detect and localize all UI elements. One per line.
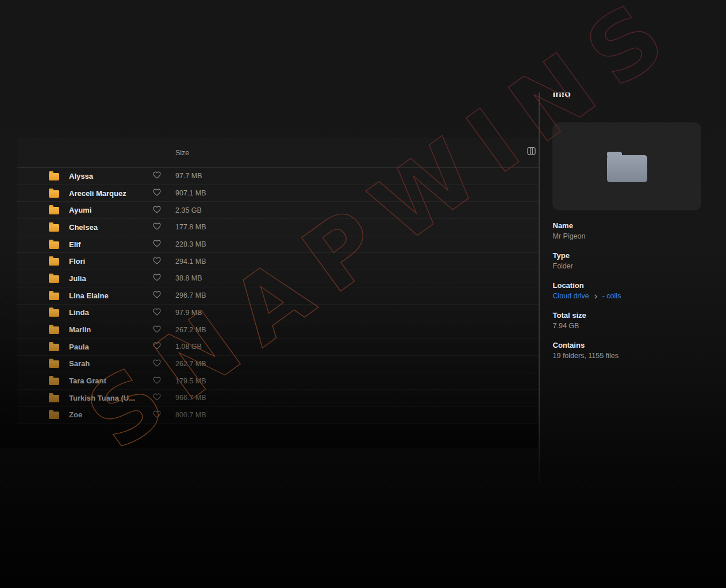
file-name: Alyssa: [69, 172, 152, 180]
table-row[interactable]: Elif 228.3 MB: [17, 236, 539, 253]
size-column-header[interactable]: Size: [17, 149, 189, 157]
file-size: 228.3 MB: [175, 240, 206, 248]
file-size: 267.2 MB: [175, 326, 206, 334]
file-name: Chelsea: [69, 223, 152, 232]
table-row[interactable]: Tara Grant 179.5 MB: [17, 372, 539, 390]
field-name: Name Mr Pigeon: [553, 220, 715, 241]
favorite-button[interactable]: [152, 376, 162, 386]
table-row[interactable]: Sarah 262.7 MB: [17, 356, 539, 373]
heart-icon: [153, 206, 161, 215]
folder-icon: [49, 344, 59, 351]
file-size: 97.7 MB: [175, 172, 202, 180]
contains-value: 19 folders, 1155 files: [553, 351, 715, 361]
favorite-button[interactable]: [152, 410, 162, 420]
file-list-rows: Alyssa 97.7 MB Areceli Marquez 907.1 MB …: [17, 168, 539, 424]
heart-icon: [153, 291, 161, 300]
favorite-button[interactable]: [152, 240, 162, 249]
file-name: Paula: [69, 343, 152, 351]
table-row[interactable]: Areceli Marquez 907.1 MB: [17, 185, 539, 202]
type-value: Folder: [553, 261, 715, 271]
heart-icon: [153, 274, 161, 283]
table-row[interactable]: Lina Elaine 296.7 MB: [17, 287, 539, 305]
favorite-button[interactable]: [152, 359, 162, 368]
large-folder-icon: [607, 155, 647, 182]
heart-icon: [153, 308, 161, 317]
file-size: 1.08 GB: [175, 343, 202, 351]
favorite-button[interactable]: [152, 189, 162, 198]
folder-icon: [49, 293, 59, 300]
field-contains: Contains 19 folders, 1155 files: [553, 340, 715, 361]
breadcrumb-link-cloud-drive[interactable]: Cloud drive: [553, 291, 589, 301]
folder-icon: [49, 395, 59, 402]
favorite-button[interactable]: [152, 393, 162, 402]
favorite-button[interactable]: [152, 274, 162, 283]
file-name: Linda: [69, 308, 152, 317]
file-size: 907.1 MB: [175, 189, 206, 197]
location-label: Location: [553, 280, 715, 291]
folder-icon: [49, 224, 59, 232]
file-size: 38.8 MB: [175, 274, 202, 282]
total-size-value: 7.94 GB: [553, 321, 715, 331]
file-name: Turkish Tuana (U...: [69, 394, 152, 402]
folder-icon: [49, 241, 59, 249]
file-name: Lina Elaine: [69, 291, 152, 300]
folder-icon: [49, 412, 59, 419]
type-label: Type: [553, 250, 715, 261]
favorite-button[interactable]: [152, 325, 162, 335]
favorite-button[interactable]: [152, 291, 162, 300]
favorite-button[interactable]: [152, 171, 162, 180]
folder-icon: [49, 207, 59, 214]
table-row[interactable]: Ayumi 2.35 GB: [17, 202, 539, 219]
table-row[interactable]: Zoe 800.7 MB: [17, 407, 539, 424]
folder-icon: [49, 378, 59, 385]
file-size: 800.7 MB: [175, 411, 206, 419]
table-row[interactable]: Turkish Tuana (U... 966.7 MB: [17, 390, 539, 407]
file-name: Tara Grant: [69, 376, 152, 385]
favorite-button[interactable]: [152, 206, 162, 215]
folder-icon: [49, 309, 59, 317]
chevron-right-icon: [593, 294, 598, 299]
table-row[interactable]: Linda 97.9 MB: [17, 305, 539, 322]
file-name: Zoe: [69, 410, 152, 419]
file-name: Areceli Marquez: [69, 189, 152, 198]
file-name: Sarah: [69, 359, 152, 368]
file-size: 179.5 MB: [175, 377, 206, 385]
favorite-button[interactable]: [152, 308, 162, 317]
file-size: 296.7 MB: [175, 291, 206, 299]
favorite-button[interactable]: [152, 257, 162, 266]
file-name: Julia: [69, 274, 152, 283]
favorite-button[interactable]: [152, 222, 162, 232]
file-list: Size Alyssa 97.7 MB Areceli Marque: [17, 138, 539, 424]
file-size: 262.7 MB: [175, 360, 206, 368]
folder-icon: [49, 326, 59, 334]
folder-icon: [49, 173, 59, 180]
file-size: 97.9 MB: [175, 309, 202, 317]
folder-icon: [49, 360, 59, 368]
info-panel-title: Info: [553, 93, 571, 99]
contains-label: Contains: [553, 340, 715, 351]
heart-icon: [153, 325, 161, 335]
table-row[interactable]: Chelsea 177.8 MB: [17, 219, 539, 236]
total-size-label: Total size: [553, 310, 715, 321]
info-fields: Name Mr Pigeon Type Folder Location Clou…: [553, 220, 715, 370]
favorite-button[interactable]: [152, 342, 162, 351]
heart-icon: [153, 376, 161, 386]
table-row[interactable]: Paula 1.08 GB: [17, 339, 539, 356]
folder-icon: [49, 258, 59, 266]
table-row[interactable]: Flori 294.1 MB: [17, 253, 539, 270]
columns-view-button[interactable]: [525, 145, 537, 158]
heart-icon: [153, 410, 161, 420]
field-total-size: Total size 7.94 GB: [553, 310, 715, 331]
table-row[interactable]: Alyssa 97.7 MB: [17, 168, 539, 185]
file-name: Elif: [69, 240, 152, 249]
table-row[interactable]: Marlin 267.2 MB: [17, 321, 539, 339]
panel-divider: [539, 93, 540, 491]
columns-icon: [527, 147, 536, 157]
file-size: 966.7 MB: [175, 394, 206, 402]
table-row[interactable]: Julia 38.8 MB: [17, 270, 539, 287]
file-size: 2.35 GB: [175, 206, 202, 214]
folder-icon: [49, 190, 59, 198]
heart-icon: [153, 359, 161, 368]
breadcrumb-link-colls[interactable]: - colls: [602, 291, 621, 301]
heart-icon: [153, 257, 161, 266]
